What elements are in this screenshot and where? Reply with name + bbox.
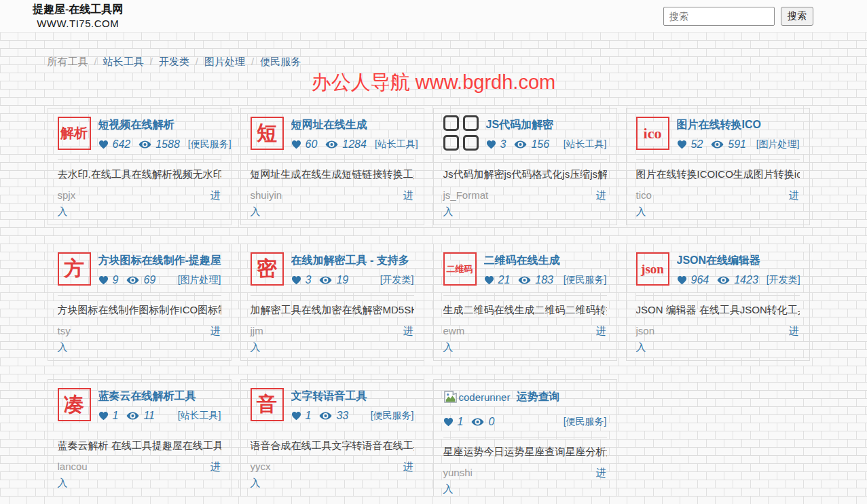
views-count: 11	[143, 410, 155, 422]
views-count: 33	[336, 410, 348, 422]
card-header-text: 方块图标在线制作-提趣屋969[图片处理]	[98, 252, 221, 286]
tool-card[interactable]: 凑蓝奏云在线解析工具111[站长工具]蓝奏云解析 在线工具提趣屋在线工具lanc…	[48, 379, 232, 497]
tool-description: 图片在线转换ICOICO生成图片转换ico...	[636, 168, 800, 181]
nav-separator: /	[196, 56, 198, 67]
tool-stats: 3156[站长工具]	[486, 138, 607, 151]
nav-item[interactable]: 所有工具	[48, 56, 88, 67]
likes-icon	[443, 417, 454, 427]
tool-card[interactable]: 密在线加解密工具 - 支持多319[开发类]加解密工具在线加密在线解密MD5SH…	[240, 244, 424, 361]
nav-item[interactable]: 便民服务	[260, 56, 301, 67]
card-header: 解析短视频在线解析6421588[便民服务]	[58, 117, 221, 151]
tool-card[interactable]: coderunner运势查询10[便民服务]星座运势今日运势星座查询星座分析运.…	[433, 379, 617, 497]
category-badge[interactable]: [便民服务]	[564, 274, 607, 286]
tool-card[interactable]: 方方块图标在线制作-提趣屋969[图片处理]方块图标在线制作图标制作ICO图标制…	[48, 244, 232, 361]
card-footer: json进入	[636, 323, 800, 355]
main-container: 所有工具/站长工具/开发类/图片处理/便民服务 办公人导航 www.bgrdh.…	[48, 55, 820, 497]
category-badge[interactable]: [图片处理]	[756, 138, 800, 151]
views-icon	[139, 140, 151, 149]
category-badge[interactable]: [便民服务]	[371, 410, 414, 422]
views-count: 1423	[734, 274, 758, 286]
tool-stats: 601284[站长工具]	[291, 138, 414, 151]
tool-stats: 969[图片处理]	[98, 274, 221, 286]
tool-title[interactable]: JSON在线编辑器	[677, 254, 800, 268]
tool-card[interactable]: JS代码加解密3156[站长工具]Js代码加解密js代码格式化js压缩js解压j…	[433, 108, 617, 225]
nav-item[interactable]: 开发类	[159, 56, 189, 67]
views-count: 69	[143, 274, 155, 286]
broken-image-icon	[443, 391, 458, 404]
tool-title[interactable]: JS代码加解密	[486, 118, 607, 132]
title-row: coderunner运势查询	[443, 390, 607, 404]
views-icon	[518, 275, 531, 285]
tool-stats: 52591[图片处理]	[677, 138, 800, 151]
likes-count: 1	[458, 416, 464, 428]
views-count: 591	[728, 138, 746, 151]
tool-card[interactable]: jsonJSON在线编辑器9641423[开发类]JSON 编辑器 在线工具JS…	[626, 244, 810, 361]
tool-description: 蓝奏云解析 在线工具提趣屋在线工具	[58, 440, 221, 452]
tool-id: yunshi	[443, 465, 596, 481]
tool-title[interactable]: 短网址在线生成	[291, 118, 414, 132]
category-badge[interactable]: [便民服务]	[188, 138, 232, 151]
category-badge[interactable]: [站长工具]	[564, 138, 607, 151]
card-header: 方方块图标在线制作-提趣屋969[图片处理]	[58, 252, 221, 286]
ad-banner[interactable]: 办公人导航 www.bgrdh.com	[48, 71, 820, 94]
tool-icon: 方	[58, 252, 91, 286]
search-input[interactable]	[663, 7, 775, 26]
tool-title[interactable]: 运势查询	[516, 390, 559, 404]
tool-title[interactable]: 文字转语音工具	[291, 389, 414, 404]
tool-title[interactable]: 图片在线转换ICO	[677, 118, 800, 132]
likes-icon	[677, 275, 687, 285]
category-badge[interactable]: [站长工具]	[375, 138, 418, 151]
likes-icon	[98, 275, 109, 285]
search-button[interactable]: 搜索	[781, 7, 813, 26]
card-header-text: 短视频在线解析6421588[便民服务]	[98, 117, 221, 151]
top-bar: 提趣屋-在线工具网 WWW.TI75.COM 搜索	[0, 0, 867, 33]
category-badge[interactable]: [开发类]	[380, 274, 414, 286]
tool-title[interactable]: 短视频在线解析	[98, 118, 221, 132]
likes-icon	[677, 140, 687, 149]
views-count: 156	[531, 138, 549, 151]
category-badge[interactable]: [便民服务]	[564, 416, 607, 428]
category-badge[interactable]: [图片处理]	[178, 274, 221, 286]
likes-count: 21	[498, 274, 511, 286]
views-icon	[126, 411, 139, 421]
category-badge[interactable]: [站长工具]	[178, 410, 221, 422]
site-logo[interactable]: 提趣屋-在线工具网 WWW.TI75.COM	[33, 3, 123, 29]
tool-id: tsy	[58, 323, 210, 339]
tool-description: 语音合成在线工具文字转语音在线工具....	[251, 440, 414, 452]
card-header-text: JS代码加解密3156[站长工具]	[486, 117, 607, 151]
likes-icon	[98, 411, 109, 421]
tool-card[interactable]: 音文字转语音工具133[便民服务]语音合成在线工具文字转语音在线工具....yy…	[240, 379, 424, 497]
card-header: ico图片在线转换ICO52591[图片处理]	[636, 117, 800, 151]
nav-item[interactable]: 图片处理	[204, 56, 245, 67]
card-divider	[636, 159, 800, 160]
card-header: 音文字转语音工具133[便民服务]	[251, 388, 414, 422]
card-divider	[251, 295, 414, 296]
card-footer: tsy进入	[58, 323, 221, 355]
tool-title[interactable]: 方块图标在线制作-提趣屋	[98, 254, 221, 268]
tool-card[interactable]: 短短网址在线生成601284[站长工具]短网址生成在线生成短链链接转换工具t..…	[240, 108, 424, 225]
nav-separator: /	[150, 56, 153, 67]
category-badge[interactable]: [开发类]	[767, 274, 800, 286]
likes-icon	[291, 411, 301, 421]
tool-id: ewm	[443, 323, 596, 339]
tool-icon: 凑	[58, 388, 91, 421]
tool-title[interactable]: 二维码在线生成	[484, 254, 607, 268]
likes-count: 3	[306, 274, 312, 286]
nav-item[interactable]: 站长工具	[103, 56, 144, 67]
nav-separator: /	[251, 56, 254, 67]
likes-count: 9	[113, 274, 119, 286]
card-divider	[251, 431, 414, 431]
card-footer: jjm进入	[251, 323, 414, 355]
tool-id: spjx	[58, 187, 210, 203]
card-header: JS代码加解密3156[站长工具]	[443, 117, 607, 151]
tool-card[interactable]: 解析短视频在线解析6421588[便民服务]去水印.在线工具在线解析视频无水印下…	[48, 108, 232, 225]
likes-count: 964	[691, 274, 709, 286]
card-header: coderunner运势查询10[便民服务]	[443, 390, 607, 428]
tool-title[interactable]: 蓝奏云在线解析工具	[98, 389, 221, 404]
tool-title[interactable]: 在线加解密工具 - 支持多	[291, 254, 414, 268]
tool-card[interactable]: 二维码二维码在线生成21183[便民服务]生成二维码在线生成二维码二维码转换..…	[433, 244, 617, 361]
tool-card[interactable]: ico图片在线转换ICO52591[图片处理]图片在线转换ICOICO生成图片转…	[626, 108, 810, 225]
card-header-text: 在线加解密工具 - 支持多319[开发类]	[291, 252, 414, 286]
card-footer: yunshi进入	[443, 465, 607, 497]
tool-description: 去水印.在线工具在线解析视频无水印下...	[58, 168, 221, 181]
